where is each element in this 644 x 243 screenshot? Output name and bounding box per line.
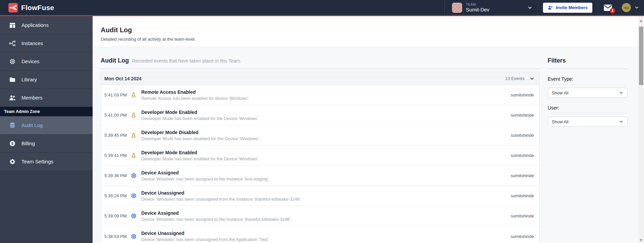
event-title: Device Unassigned bbox=[141, 231, 511, 236]
flask-icon bbox=[131, 92, 137, 98]
chip-icon bbox=[131, 233, 137, 240]
sidebar-item-label: Library bbox=[21, 77, 37, 82]
team-name: Sumit-Dev bbox=[466, 7, 524, 12]
invite-members-label: Invite Members bbox=[556, 5, 588, 10]
billing-icon: $ bbox=[9, 140, 16, 147]
audit-event-row: 5:39:41 PM Developer Mode Enabled Develo… bbox=[101, 146, 539, 166]
user-select[interactable]: Show All bbox=[548, 117, 628, 127]
event-time: 5:39:45 PM bbox=[104, 133, 131, 138]
event-description: Developer Mode has been enabled for the … bbox=[141, 116, 511, 121]
sidebar-item-label: Billing bbox=[21, 140, 35, 146]
sidebar-filler bbox=[0, 171, 93, 243]
chip-icon bbox=[131, 213, 137, 219]
event-user: sumitshinde bbox=[511, 113, 534, 118]
notifications-button[interactable]: 3 bbox=[598, 4, 618, 11]
library-icon bbox=[9, 76, 16, 83]
audit-event-row: 5:41:03 PM Remote Access Enabled Remote … bbox=[101, 85, 539, 105]
flask-icon bbox=[131, 152, 137, 159]
event-user: sumitshinde bbox=[511, 234, 534, 239]
sidebar-item-team-settings[interactable]: Team Settings bbox=[0, 153, 93, 171]
audit-event-row: 5:38:53 PM Device Unassigned Device 'Win… bbox=[101, 226, 539, 243]
event-title: Device Assigned bbox=[141, 170, 511, 175]
event-type-select[interactable]: Show All bbox=[548, 88, 628, 98]
event-user: sumitshinde bbox=[511, 92, 534, 97]
user-menu[interactable]: su bbox=[618, 3, 644, 12]
user-filter-label: User: bbox=[548, 105, 628, 113]
chip-icon bbox=[131, 193, 137, 199]
invite-members-button[interactable]: Invite Members bbox=[543, 3, 592, 13]
event-user: sumitshinde bbox=[511, 213, 534, 218]
event-user: sumitshinde bbox=[511, 133, 534, 138]
event-description: Device 'Windows' has been assigned to th… bbox=[141, 176, 511, 181]
flowfuse-logo-icon bbox=[8, 3, 18, 12]
scrollbar-down-arrow-icon[interactable] bbox=[640, 239, 642, 241]
accent-divider bbox=[0, 15, 644, 16]
brand-name: FlowFuse bbox=[21, 4, 54, 12]
page-subtitle: Detailed recording of all activity at th… bbox=[101, 37, 630, 42]
event-description: Developer Mode has been enabled for the … bbox=[141, 156, 511, 161]
event-title: Device Unassigned bbox=[141, 190, 511, 196]
sidebar-item-label: Devices bbox=[21, 58, 39, 64]
sidebar-item-applications[interactable]: Applications bbox=[0, 16, 93, 34]
event-type-label: Event Type: bbox=[548, 76, 628, 84]
members-icon bbox=[9, 94, 16, 101]
event-user: sumitshinde bbox=[511, 173, 534, 178]
event-description: Device 'Windows' has been assigned to th… bbox=[141, 217, 511, 222]
sidebar-navigation: Applications Instances Devices Library M… bbox=[0, 16, 93, 243]
sidebar-item-billing[interactable]: $ Billing bbox=[0, 134, 93, 153]
user-plus-icon bbox=[548, 5, 553, 10]
section-title: Audit Log bbox=[101, 57, 129, 64]
top-navbar: FlowFuse TEAM: Sumit-Dev Invite Members bbox=[0, 0, 644, 15]
svg-text:$: $ bbox=[11, 141, 13, 145]
event-time: 5:39:24 PM bbox=[104, 193, 131, 198]
event-user: sumitshinde bbox=[511, 153, 534, 158]
date-label: Mon Oct 14 2024 bbox=[104, 76, 142, 81]
sidebar-item-label: Team Settings bbox=[21, 159, 53, 164]
user-selected-value: Show All bbox=[552, 119, 568, 124]
audit-event-row: 5:41:00 PM Developer Mode Enabled Develo… bbox=[101, 105, 539, 125]
sidebar-item-devices[interactable]: Devices bbox=[0, 52, 93, 71]
brand-home-link[interactable]: FlowFuse bbox=[0, 3, 54, 12]
event-time: 5:39:09 PM bbox=[104, 213, 131, 218]
sidebar-item-instances[interactable]: Instances bbox=[0, 34, 93, 52]
audit-event-row: 5:39:24 PM Device Unassigned Device 'Win… bbox=[101, 186, 539, 206]
filters-panel: Filters Event Type: Show All User: Show … bbox=[548, 57, 628, 243]
chevron-down-icon bbox=[527, 5, 533, 10]
event-time: 5:39:41 PM bbox=[104, 153, 131, 158]
event-time: 5:39:36 PM bbox=[104, 173, 131, 178]
applications-icon bbox=[9, 22, 16, 29]
section-header: Audit Log Recorded events that have take… bbox=[101, 57, 540, 69]
chevron-down-icon bbox=[619, 119, 624, 124]
sidebar-item-members[interactable]: Members bbox=[0, 89, 93, 107]
sidebar-item-audit-log[interactable]: Audit Log bbox=[0, 116, 93, 134]
vertical-scrollbar[interactable] bbox=[638, 16, 644, 243]
team-admin-zone-label: Team Admin Zone bbox=[0, 107, 93, 116]
audit-event-row: 5:39:36 PM Device Assigned Device 'Windo… bbox=[101, 166, 539, 186]
event-title: Remote Access Enabled bbox=[141, 89, 511, 95]
scrollbar-up-arrow-icon[interactable] bbox=[640, 20, 642, 22]
devices-icon bbox=[9, 58, 16, 65]
audit-event-row: 5:39:45 PM Developer Mode Disabled Devel… bbox=[101, 125, 539, 146]
event-time: 5:38:53 PM bbox=[104, 234, 131, 239]
team-label: TEAM: bbox=[466, 3, 524, 7]
event-title: Developer Mode Disabled bbox=[141, 130, 511, 135]
date-group-header[interactable]: Mon Oct 14 2024 13 Events bbox=[101, 72, 539, 85]
chip-icon bbox=[131, 172, 137, 179]
team-settings-icon bbox=[9, 158, 16, 165]
event-title: Device Assigned bbox=[141, 210, 511, 216]
event-description: Device 'Windows' has been unassigned fro… bbox=[141, 237, 511, 242]
filters-title: Filters bbox=[548, 57, 628, 69]
team-selector-dropdown[interactable]: TEAM: Sumit-Dev bbox=[445, 0, 537, 15]
event-title: Developer Mode Enabled bbox=[141, 110, 511, 115]
event-time: 5:41:03 PM bbox=[104, 92, 131, 97]
instances-icon bbox=[9, 40, 16, 47]
chevron-down-icon[interactable] bbox=[529, 76, 535, 81]
section-subtitle: Recorded events that have taken place in… bbox=[132, 58, 241, 64]
sidebar-item-label: Applications bbox=[21, 22, 49, 28]
scrollbar-thumb[interactable] bbox=[639, 27, 643, 85]
page-title: Audit Log bbox=[101, 26, 630, 34]
sidebar-item-label: Instances bbox=[21, 40, 43, 46]
sidebar-item-library[interactable]: Library bbox=[0, 71, 93, 89]
chevron-down-icon bbox=[619, 90, 624, 95]
sidebar-item-label: Members bbox=[21, 95, 43, 100]
